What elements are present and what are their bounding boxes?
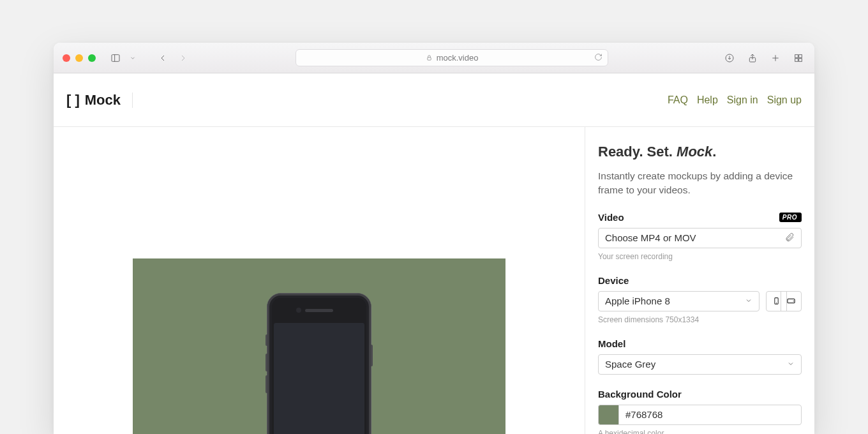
maximize-window-button[interactable] [88,54,96,62]
chevron-down-icon [745,296,752,306]
bgcolor-input[interactable]: #768768 [618,405,802,425]
device-speaker [305,309,333,312]
video-placeholder: Choose MP4 or MOV [605,232,696,243]
device-help: Screen dimensions 750x1334 [598,315,802,324]
model-select[interactable]: Space Grey [598,354,802,375]
sidebar-description: Instantly create mockups by adding a dev… [598,169,802,198]
model-label: Model [598,338,625,349]
device-side-button [371,345,373,366]
device-screen [274,323,364,434]
address-bar[interactable]: mock.video [296,49,608,66]
svg-rect-11 [799,58,802,61]
downloads-button[interactable] [722,52,737,64]
model-value: Space Grey [605,359,655,370]
smartphone-icon [772,297,781,305]
forward-button[interactable] [176,52,190,64]
lock-icon [426,54,433,61]
video-help: Your screen recording [598,252,802,261]
field-bgcolor: Background Color #768768 A hexidecimal c… [598,389,802,434]
share-button[interactable] [745,52,760,64]
device-camera [296,308,301,313]
pro-badge: PRO [779,213,802,222]
orientation-landscape-button[interactable] [781,291,802,311]
device-select[interactable]: Apple iPhone 8 [598,291,760,311]
minimize-window-button[interactable] [75,54,83,62]
video-label: Video [598,212,624,223]
header-nav: FAQ Help Sign in Sign up [668,94,802,106]
close-window-button[interactable] [63,54,70,62]
tab-overview-button[interactable] [791,52,805,64]
device-label: Device [598,275,629,286]
bgcolor-help: A hexidecimal color [598,429,802,434]
browser-window: mock.video [ ] Mock [54,43,814,434]
title-suffix: . [712,144,716,160]
chevron-down-icon [787,359,795,370]
device-frame-iphone [267,293,371,434]
device-volume-down [266,375,267,393]
orientation-toggle [766,291,802,311]
svg-rect-0 [112,54,119,61]
nav-signin[interactable]: Sign in [727,94,758,106]
sidebar-toggle-button[interactable] [108,52,123,64]
attachment-icon [784,232,795,244]
device-volume-up [266,354,267,371]
title-mock: Mock [677,144,712,160]
bgcolor-label: Background Color [598,389,682,400]
nav-signup[interactable]: Sign up [767,94,802,106]
sidebar-title: Ready. Set. Mock. [598,144,802,160]
brand-divider [132,93,133,108]
field-device: Device Apple iPhone 8 [598,275,802,324]
smartphone-landscape-icon [786,296,796,306]
nav-help[interactable]: Help [697,94,718,106]
svg-rect-9 [799,54,802,57]
device-mute-switch [266,334,267,346]
nav-faq[interactable]: FAQ [668,94,688,106]
brand-logo-icon: [ ] [66,93,80,107]
brand[interactable]: [ ] Mock [66,92,133,108]
field-video: Video PRO Choose MP4 or MOV Your screen … [598,212,802,261]
window-controls [63,54,96,62]
page-header: [ ] Mock FAQ Help Sign in Sign up [54,73,814,127]
reload-button[interactable] [594,53,602,63]
bgcolor-value: #768768 [625,409,662,420]
svg-rect-10 [795,58,798,61]
back-button[interactable] [156,52,170,64]
safari-toolbar: mock.video [54,43,814,73]
video-file-input[interactable]: Choose MP4 or MOV [598,228,802,248]
preview-canvas [54,127,585,434]
field-model: Model Space Grey [598,338,802,375]
tab-group-dropdown[interactable] [129,52,137,64]
settings-sidebar: Ready. Set. Mock. Instantly create mocku… [585,127,814,434]
device-value: Apple iPhone 8 [605,296,670,306]
mockup-stage [133,258,505,434]
bgcolor-swatch[interactable] [598,405,618,425]
content-area: Ready. Set. Mock. Instantly create mocku… [54,127,814,434]
new-tab-button[interactable] [768,52,782,64]
brand-name: Mock [85,92,121,108]
svg-rect-8 [795,54,798,57]
svg-rect-2 [427,57,431,60]
title-prefix: Ready. Set. [598,144,677,160]
address-text: mock.video [437,53,479,63]
